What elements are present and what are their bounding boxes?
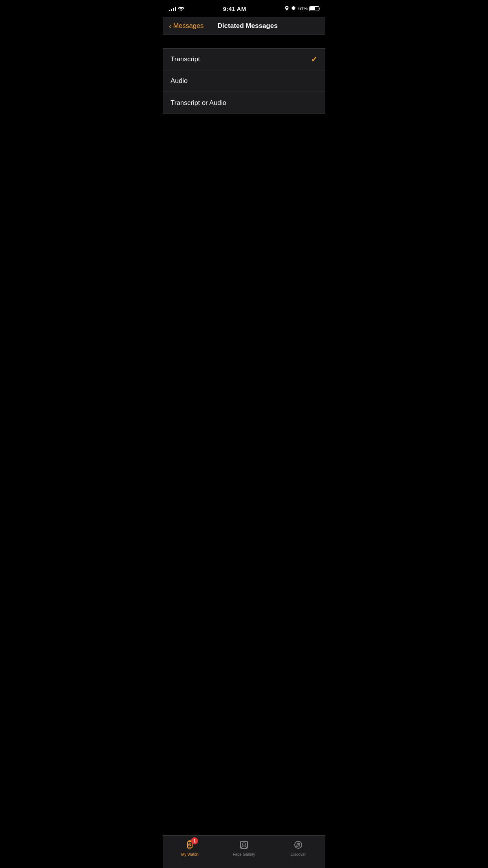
battery-percent: 61% bbox=[298, 6, 308, 11]
status-right: 61% bbox=[285, 6, 319, 12]
nav-bar: ‹ Messages Dictated Messages bbox=[163, 17, 325, 35]
page-title: Dictated Messages bbox=[176, 22, 319, 30]
alarm-icon bbox=[291, 6, 296, 12]
transcript-checkmark: ✓ bbox=[311, 55, 317, 64]
status-bar: 9:41 AM 61% bbox=[163, 0, 325, 17]
status-left bbox=[169, 6, 184, 12]
option-transcript[interactable]: Transcript ✓ bbox=[163, 49, 325, 70]
back-chevron-icon: ‹ bbox=[169, 22, 172, 30]
location-icon bbox=[285, 6, 289, 12]
battery-fill bbox=[310, 7, 315, 10]
status-time: 9:41 AM bbox=[223, 6, 246, 12]
option-audio-label: Audio bbox=[171, 77, 187, 85]
battery-icon bbox=[309, 6, 319, 11]
signal-bars-icon bbox=[169, 6, 176, 11]
main-content bbox=[163, 114, 325, 271]
wifi-icon bbox=[178, 6, 184, 12]
option-transcript-or-audio-label: Transcript or Audio bbox=[171, 99, 226, 107]
spacer bbox=[163, 35, 325, 48]
option-transcript-label: Transcript bbox=[171, 55, 200, 63]
option-transcript-or-audio[interactable]: Transcript or Audio bbox=[163, 92, 325, 114]
battery-indicator: 61% bbox=[298, 6, 319, 11]
options-list: Transcript ✓ Audio Transcript or Audio bbox=[163, 48, 325, 114]
option-audio[interactable]: Audio bbox=[163, 70, 325, 92]
